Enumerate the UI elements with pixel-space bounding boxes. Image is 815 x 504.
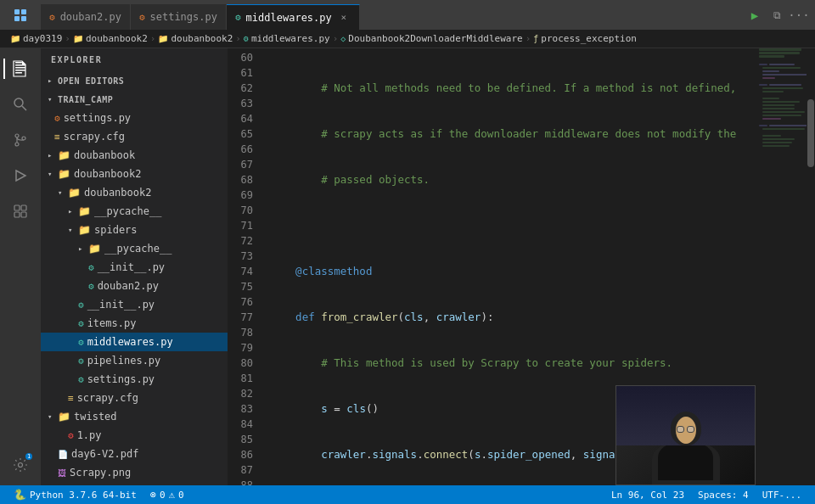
svg-rect-41: [762, 118, 781, 120]
tab-douban2-label: douban2.py: [60, 11, 121, 23]
svg-rect-40: [762, 115, 801, 116]
svg-rect-19: [21, 212, 26, 217]
svg-rect-22: [759, 48, 801, 51]
svg-line-10: [22, 106, 26, 110]
svg-rect-1: [21, 9, 26, 14]
status-spaces[interactable]: Spaces: 4: [691, 485, 756, 504]
tree-item-init-py[interactable]: ⚙ __init__.py: [41, 258, 228, 277]
activity-files[interactable]: [3, 52, 37, 86]
activity-source-control[interactable]: [3, 123, 37, 157]
tree-item-doubanbook2-inner[interactable]: ▾ 📁 doubanbook2: [41, 183, 228, 202]
breadcrumb-file-icon: ⚙: [244, 34, 249, 43]
svg-rect-44: [762, 128, 805, 130]
sidebar: EXPLORER ▸ OPEN EDITORS ▾ TRAIN_CAMP: [41, 48, 228, 485]
code-line: # scrapy acts as if the downloader middl…: [270, 126, 756, 142]
tree-item-pycache[interactable]: ▸ 📁 __pycache__: [41, 202, 228, 221]
breadcrumb-sep4: ›: [333, 33, 339, 44]
breadcrumb-sep5: ›: [526, 33, 531, 44]
svg-rect-28: [762, 70, 779, 72]
scrollbar[interactable]: [807, 48, 815, 485]
tab-settings-icon: ⚙: [139, 12, 145, 23]
tree-label: scrapy.cfg: [77, 392, 138, 404]
tree-item-day6-pdf[interactable]: 📄 day6-V2.pdf: [41, 445, 228, 463]
breadcrumb-folder3-icon: 📁: [158, 34, 168, 43]
tree-label: Scrapy.png: [70, 467, 131, 479]
section-open-editors-label: OPEN EDITORS: [58, 76, 124, 86]
svg-rect-36: [762, 101, 800, 103]
breadcrumb-folder-icon: 📁: [10, 34, 20, 43]
activity-debug[interactable]: [3, 159, 37, 193]
settings-badge: 1: [25, 453, 32, 460]
tree-label: scrapy.cfg: [64, 131, 125, 143]
tree-item-1-py[interactable]: ⚙ 1.py: [41, 426, 228, 445]
svg-rect-45: [762, 135, 781, 137]
svg-rect-30: [762, 77, 775, 79]
more-actions-icon[interactable]: ···: [790, 6, 808, 25]
tree-label: doubanbook2: [84, 187, 151, 199]
minimap: [756, 48, 807, 485]
tree-item-scrapy-cfg-inner[interactable]: ≡ scrapy.cfg: [41, 389, 228, 407]
app-icon: [0, 7, 41, 24]
breadcrumb-doubanbook2-2[interactable]: doubanbook2: [171, 33, 233, 44]
line-numbers: 6061626364 6566676869 7071727374 7576777…: [228, 48, 260, 485]
tab-settings[interactable]: ⚙ settings.py: [131, 4, 227, 30]
split-editor-icon[interactable]: ⧉: [767, 6, 786, 25]
activity-extensions[interactable]: [3, 194, 37, 228]
status-python[interactable]: 🐍 Python 3.7.6 64-bit: [7, 485, 143, 504]
section-train-camp-label: TRAIN_CAMP: [58, 95, 113, 104]
tree-item-settings-open[interactable]: ⚙ settings.py: [41, 109, 228, 127]
tree-item-settings-py[interactable]: ⚙ settings.py: [41, 370, 228, 389]
tree-item-items-py[interactable]: ⚙ items.py: [41, 314, 228, 333]
svg-rect-5: [15, 64, 25, 66]
tree-label: settings.py: [87, 373, 155, 385]
breadcrumb-doubanbook2-1[interactable]: doubanbook2: [86, 33, 148, 44]
svg-rect-27: [762, 67, 801, 69]
tree-item-init-py2[interactable]: ⚙ __init__.py: [41, 295, 228, 314]
tree-label: pipelines.py: [87, 355, 161, 367]
svg-rect-37: [762, 104, 795, 106]
code-line: # This method is used by Scrapy to creat…: [270, 356, 756, 371]
tab-actions: ▶ ⧉ ···: [739, 6, 815, 25]
tree-item-pipelines-py[interactable]: ⚙ pipelines.py: [41, 351, 228, 370]
status-ln-col[interactable]: Ln 96, Col 23: [604, 485, 691, 504]
svg-rect-43: [769, 125, 807, 126]
code-line: # passed objects.: [270, 172, 756, 188]
activity-settings[interactable]: 1: [3, 448, 37, 482]
activity-search[interactable]: [3, 87, 37, 121]
tree-label: middlewares.py: [87, 336, 173, 348]
breadcrumb-class[interactable]: Doubanbook2DownloaderMiddleware: [348, 33, 522, 44]
tree-label: __pycache__: [94, 205, 161, 217]
tree-item-doubanbook2[interactable]: ▾ 📁 doubanbook2: [41, 165, 228, 183]
tab-middlewares[interactable]: ⚙ middlewares.py ×: [227, 4, 360, 30]
breadcrumb-func[interactable]: process_exception: [541, 33, 637, 44]
section-open-editors-header[interactable]: ▸ OPEN EDITORS: [41, 71, 228, 90]
svg-rect-8: [15, 72, 22, 74]
breadcrumb-middlewares[interactable]: middlewares.py: [251, 33, 330, 44]
svg-point-20: [19, 463, 23, 468]
tree-label: doubanbook2: [74, 168, 141, 180]
svg-rect-6: [15, 67, 25, 69]
breadcrumb-func-icon: ƒ: [533, 34, 538, 43]
tree-label: 1.py: [77, 429, 102, 441]
tree-item-middlewares-py[interactable]: ⚙ middlewares.py: [41, 333, 228, 351]
tree-item-douban2-py[interactable]: ⚙ douban2.py: [41, 277, 228, 295]
svg-rect-18: [14, 212, 20, 217]
status-encoding[interactable]: UTF-...: [756, 485, 808, 504]
warning-count: 0: [178, 490, 184, 501]
tree-item-scrapy-cfg[interactable]: ≡ scrapy.cfg: [41, 127, 228, 146]
section-train-camp-header[interactable]: ▾ TRAIN_CAMP: [41, 90, 228, 109]
status-errors[interactable]: ⊗ 0 ⚠ 0: [143, 485, 191, 504]
tree-item-twisted[interactable]: ▾ 📁 twisted: [41, 407, 228, 426]
sidebar-content: ▸ OPEN EDITORS ▾ TRAIN_CAMP ⚙ settings.p…: [41, 71, 228, 485]
tree-item-pycache2[interactable]: ▸ 📁 __pycache__: [41, 239, 228, 258]
code-line: @classmethod: [270, 264, 756, 279]
tree-item-scrapy-png[interactable]: 🖼 Scrapy.png: [41, 463, 228, 482]
tree-item-spiders[interactable]: ▾ 📁 spiders: [41, 221, 228, 239]
run-icon[interactable]: ▶: [745, 6, 764, 25]
breadcrumb-day0319[interactable]: day0319: [23, 33, 62, 44]
svg-rect-32: [769, 84, 801, 86]
tree-item-doubanbook[interactable]: ▸ 📁 doubanbook: [41, 146, 228, 165]
tab-middlewares-icon: ⚙: [235, 12, 241, 23]
tab-middlewares-close[interactable]: ×: [337, 11, 351, 25]
tab-douban2[interactable]: ⚙ douban2.py: [41, 4, 131, 30]
